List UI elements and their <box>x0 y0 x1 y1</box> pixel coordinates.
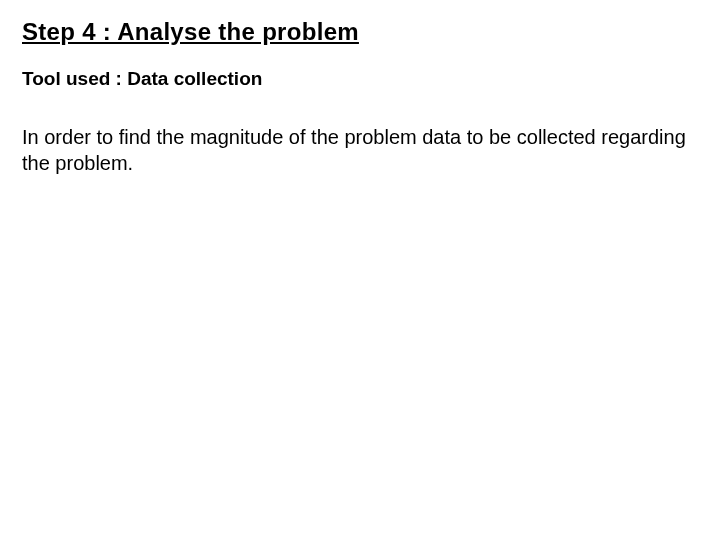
tool-subheading: Tool used : Data collection <box>22 68 698 90</box>
body-paragraph: In order to find the magnitude of the pr… <box>22 124 698 176</box>
step-heading: Step 4 : Analyse the problem <box>22 18 698 46</box>
